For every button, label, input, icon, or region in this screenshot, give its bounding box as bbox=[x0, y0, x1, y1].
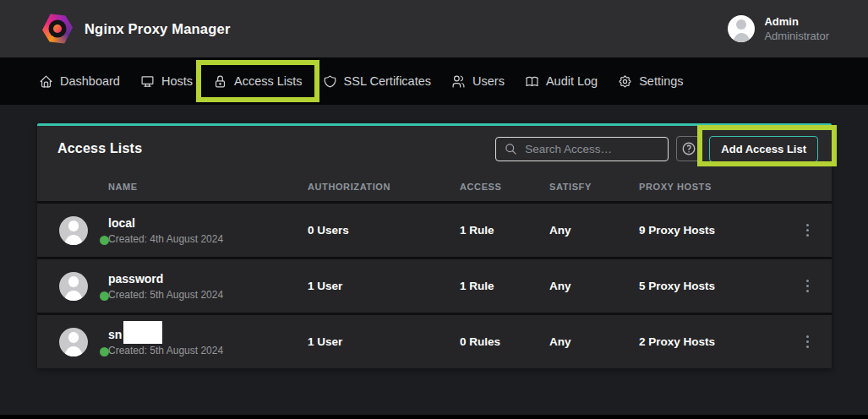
lock-icon bbox=[213, 74, 227, 89]
nav-item-access-lists[interactable]: Access Lists bbox=[203, 57, 313, 105]
help-button[interactable] bbox=[676, 136, 701, 161]
user-name: Admin bbox=[764, 14, 829, 29]
table-row[interactable]: password Created: 5th August 2024 1 User… bbox=[37, 257, 832, 313]
column-header-authorization: AUTHORIZATION bbox=[308, 182, 460, 192]
monitor-icon bbox=[140, 74, 155, 89]
nav-item-dashboard[interactable]: Dashboard bbox=[29, 57, 130, 105]
access-list-name: sn bbox=[108, 328, 122, 341]
authorization-value: 1 User bbox=[308, 280, 460, 292]
nav-item-hosts[interactable]: Hosts bbox=[130, 57, 203, 105]
status-dot bbox=[100, 347, 109, 356]
page-body: Access Lists Add Access List NAME AUTHOR… bbox=[0, 105, 868, 419]
nav-label: Settings bbox=[639, 74, 683, 88]
home-icon bbox=[39, 74, 53, 89]
users-icon bbox=[451, 74, 466, 89]
table-row[interactable]: local Created: 4th August 2024 0 Users 1… bbox=[37, 201, 832, 257]
user-avatar bbox=[728, 15, 755, 42]
satisfy-value: Any bbox=[549, 224, 639, 237]
nav-item-ssl-certificates[interactable]: SSL Certificates bbox=[313, 57, 441, 105]
search-input[interactable] bbox=[525, 143, 659, 155]
access-value: 1 Rule bbox=[460, 224, 549, 237]
proxy-hosts-value: 9 Proxy Hosts bbox=[639, 224, 783, 237]
row-avatar bbox=[59, 216, 88, 245]
status-dot bbox=[100, 291, 109, 301]
nav-label: Dashboard bbox=[60, 74, 120, 88]
status-dot bbox=[100, 236, 109, 245]
user-role: Administrator bbox=[764, 29, 829, 43]
panel-header: Access Lists Add Access List bbox=[37, 126, 832, 171]
main-nav: Dashboard Hosts Access Lists SSL Certifi… bbox=[0, 57, 868, 105]
search-icon bbox=[505, 143, 517, 155]
satisfy-value: Any bbox=[549, 335, 639, 348]
nav-label: SSL Certificates bbox=[344, 74, 431, 88]
nav-label: Access Lists bbox=[234, 74, 303, 88]
proxy-hosts-value: 5 Proxy Hosts bbox=[639, 280, 783, 292]
access-value: 0 Rules bbox=[460, 335, 549, 348]
row-avatar bbox=[59, 272, 88, 301]
column-header-name: NAME bbox=[108, 182, 308, 192]
user-menu[interactable]: Admin Administrator bbox=[728, 14, 829, 43]
npm-logo-icon bbox=[42, 13, 73, 45]
search-box bbox=[495, 137, 669, 161]
bottom-edge-strip bbox=[0, 415, 868, 419]
panel-title: Access Lists bbox=[57, 141, 488, 156]
table-header-row: NAME AUTHORIZATION ACCESS SATISFY PROXY … bbox=[37, 171, 832, 201]
created-date: Created: 4th August 2024 bbox=[108, 233, 308, 245]
access-value: 1 Rule bbox=[460, 280, 549, 292]
nav-item-users[interactable]: Users bbox=[441, 57, 515, 105]
row-avatar bbox=[59, 328, 88, 356]
shield-icon bbox=[323, 74, 337, 89]
authorization-value: 0 Users bbox=[308, 224, 460, 237]
proxy-hosts-value: 2 Proxy Hosts bbox=[639, 335, 783, 348]
nav-label: Users bbox=[472, 74, 505, 88]
created-date: Created: 5th August 2024 bbox=[108, 345, 308, 356]
table-row[interactable]: sn Created: 5th August 2024 1 User 0 Rul… bbox=[37, 313, 832, 368]
nav-item-settings[interactable]: Settings bbox=[608, 57, 693, 105]
brand[interactable]: Nginx Proxy Manager bbox=[42, 13, 231, 45]
row-actions-menu-icon[interactable] bbox=[801, 330, 814, 353]
nav-label: Hosts bbox=[161, 74, 193, 88]
book-icon bbox=[525, 74, 539, 89]
row-actions-menu-icon[interactable] bbox=[801, 275, 814, 297]
add-access-list-button[interactable]: Add Access List bbox=[709, 136, 818, 162]
authorization-value: 1 User bbox=[308, 335, 460, 348]
row-actions-menu-icon[interactable] bbox=[801, 219, 814, 242]
column-header-satisfy: SATISFY bbox=[549, 182, 639, 192]
redaction-box bbox=[123, 321, 162, 344]
column-header-proxy-hosts: PROXY HOSTS bbox=[639, 182, 783, 192]
access-list-name: password bbox=[108, 272, 163, 286]
nav-label: Audit Log bbox=[546, 74, 598, 88]
app-header: Nginx Proxy Manager Admin Administrator bbox=[0, 0, 868, 57]
app-title: Nginx Proxy Manager bbox=[85, 21, 231, 37]
help-icon bbox=[681, 141, 696, 156]
access-list-name: local bbox=[108, 216, 135, 230]
column-header-access: ACCESS bbox=[460, 182, 549, 192]
access-lists-table-body: local Created: 4th August 2024 0 Users 1… bbox=[37, 201, 832, 368]
gear-icon bbox=[618, 74, 632, 89]
satisfy-value: Any bbox=[549, 280, 639, 292]
nav-item-audit-log[interactable]: Audit Log bbox=[515, 57, 608, 105]
access-lists-panel: Access Lists Add Access List NAME AUTHOR… bbox=[37, 123, 832, 368]
created-date: Created: 5th August 2024 bbox=[108, 289, 308, 301]
